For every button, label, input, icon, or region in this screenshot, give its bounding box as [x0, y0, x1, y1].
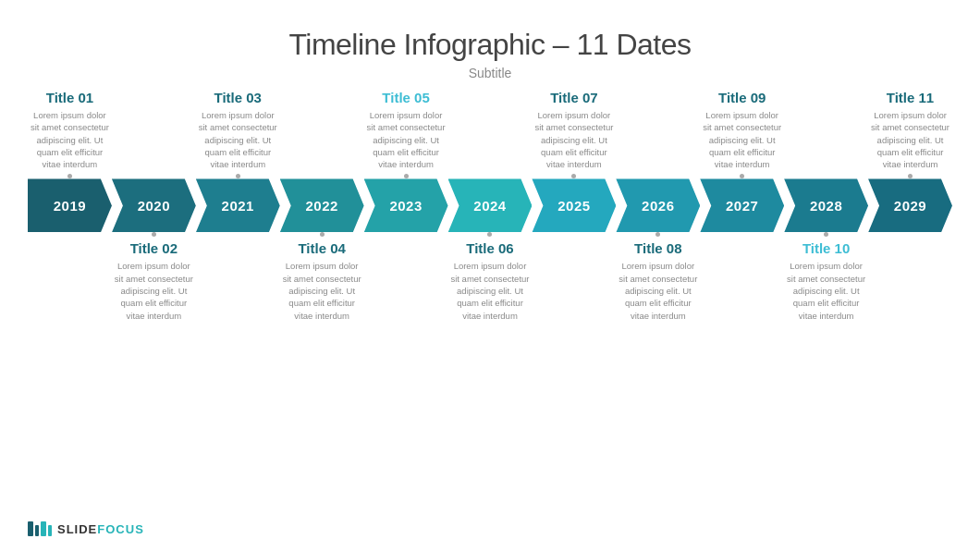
bottom-label-title-5: Title 06 [450, 240, 531, 256]
top-label-text-4: Lorem ipsum dolor sit amet consectetur a… [366, 109, 447, 170]
arrow-wrapper-4: 2023 [364, 178, 448, 232]
top-label-10: Title 11Lorem ipsum dolor sit amet conse… [868, 90, 952, 170]
arrow-wrapper-2: 2021 [196, 178, 280, 232]
bottom-dot-circle-3 [320, 232, 325, 237]
arrow-7: 2026 [616, 178, 700, 232]
bottom-label-text-5: Lorem ipsum dolor sit amet consectetur a… [450, 260, 531, 321]
arrow-wrapper-10: 2029 [868, 178, 952, 232]
bottom-dot-circle-5 [487, 232, 492, 237]
bottom-dot-circle-7 [655, 232, 660, 237]
bottom-dot-3 [280, 232, 364, 237]
arrow-3: 2022 [280, 178, 364, 232]
top-label-title-0: Title 01 [30, 90, 110, 105]
slide: Timeline Infographic – 11 Dates Subtitle… [0, 0, 980, 551]
logo-bar-4 [48, 525, 52, 536]
bottom-label-text-1: Lorem ipsum dolor sit amet consectetur a… [114, 260, 194, 321]
top-label-0: Title 01Lorem ipsum dolor sit amet conse… [28, 90, 112, 170]
top-label-text-2: Lorem ipsum dolor sit amet consectetur a… [198, 109, 278, 170]
bottom-label-title-3: Title 04 [282, 240, 362, 256]
arrow-9: 2028 [784, 178, 868, 232]
bottom-dot-7 [616, 232, 700, 237]
bottom-dots-row [28, 232, 952, 237]
top-label-title-4: Title 05 [366, 90, 447, 105]
bottom-label-3: Title 04Lorem ipsum dolor sit amet conse… [280, 240, 364, 321]
top-labels-row: Title 01Lorem ipsum dolor sit amet conse… [28, 90, 952, 170]
logo-bar-3 [41, 521, 46, 536]
bottom-dot-circle-9 [824, 232, 828, 237]
top-label-4: Title 05Lorem ipsum dolor sit amet conse… [364, 90, 448, 170]
top-label-6: Title 07Lorem ipsum dolor sit amet conse… [532, 90, 616, 170]
logo-bar-2 [35, 525, 39, 536]
top-label-text-10: Lorem ipsum dolor sit amet consectetur a… [870, 109, 950, 170]
top-label-title-8: Title 09 [702, 90, 782, 105]
bottom-label-text-7: Lorem ipsum dolor sit amet consectetur a… [618, 260, 698, 321]
bottom-labels-row: Title 02Lorem ipsum dolor sit amet conse… [28, 240, 952, 321]
arrow-10: 2029 [868, 178, 952, 232]
bottom-label-text-9: Lorem ipsum dolor sit amet consectetur a… [786, 260, 866, 321]
arrow-wrapper-7: 2026 [616, 178, 700, 232]
arrow-5: 2024 [448, 178, 533, 232]
top-label-8: Title 09Lorem ipsum dolor sit amet conse… [700, 90, 784, 170]
bottom-label-1: Title 02Lorem ipsum dolor sit amet conse… [112, 240, 196, 321]
timeline-container: Title 01Lorem ipsum dolor sit amet conse… [28, 90, 952, 322]
bottom-dot-1 [112, 232, 196, 237]
top-label-title-2: Title 03 [198, 90, 278, 105]
top-label-text-6: Lorem ipsum dolor sit amet consectetur a… [533, 109, 614, 170]
top-label-2: Title 03Lorem ipsum dolor sit amet conse… [196, 90, 280, 170]
arrows-row: 2019202020212022202320242025202620272028… [28, 178, 952, 232]
bottom-label-9: Title 10Lorem ipsum dolor sit amet conse… [784, 240, 868, 321]
logo-focus-text: FOCUS [97, 522, 144, 536]
subtitle: Subtitle [28, 66, 952, 80]
bottom-label-5: Title 06Lorem ipsum dolor sit amet conse… [448, 240, 533, 321]
arrow-0: 2019 [28, 178, 112, 232]
arrow-1: 2020 [112, 178, 196, 232]
logo-icon [28, 521, 52, 536]
arrow-2: 2021 [196, 178, 280, 232]
arrow-wrapper-5: 2024 [448, 178, 533, 232]
logo-bar-1 [28, 521, 33, 536]
top-label-title-10: Title 11 [870, 90, 950, 105]
logo-text: SLIDEFOCUS [57, 522, 144, 536]
arrow-wrapper-9: 2028 [784, 178, 868, 232]
top-label-title-6: Title 07 [533, 90, 614, 105]
arrow-4: 2023 [364, 178, 448, 232]
logo-slide-text: SLIDE [57, 522, 97, 536]
logo: SLIDEFOCUS [28, 521, 144, 536]
top-label-text-8: Lorem ipsum dolor sit amet consectetur a… [702, 109, 782, 170]
arrow-wrapper-1: 2020 [112, 178, 196, 232]
bottom-label-text-3: Lorem ipsum dolor sit amet consectetur a… [282, 260, 362, 321]
header: Timeline Infographic – 11 Dates Subtitle [28, 28, 952, 80]
arrow-wrapper-8: 2027 [700, 178, 784, 232]
bottom-dot-9 [784, 232, 868, 237]
arrow-wrapper-0: 2019 [28, 178, 112, 232]
bottom-label-title-1: Title 02 [114, 240, 194, 256]
arrow-wrapper-6: 2025 [532, 178, 616, 232]
bottom-label-title-9: Title 10 [786, 240, 866, 256]
bottom-dot-circle-1 [152, 232, 156, 237]
bottom-dot-5 [448, 232, 533, 237]
arrow-wrapper-3: 2022 [280, 178, 364, 232]
top-label-text-0: Lorem ipsum dolor sit amet consectetur a… [30, 109, 110, 170]
main-title: Timeline Infographic – 11 Dates [28, 28, 952, 62]
bottom-label-7: Title 08Lorem ipsum dolor sit amet conse… [616, 240, 700, 321]
bottom-label-title-7: Title 08 [618, 240, 698, 256]
arrow-6: 2025 [532, 178, 616, 232]
arrow-8: 2027 [700, 178, 784, 232]
